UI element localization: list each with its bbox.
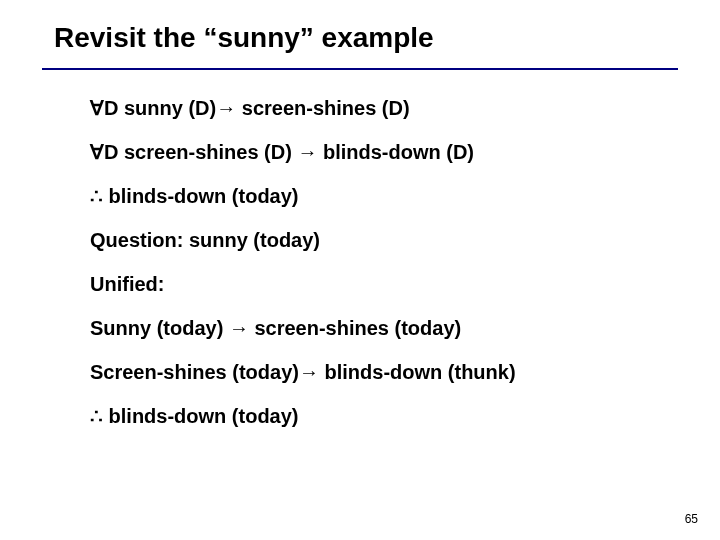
- logic-line: ∴ blinds-down (today): [90, 404, 660, 428]
- slide-body: ∀D sunny (D)→ screen-shines (D) ∀D scree…: [90, 96, 660, 448]
- logic-line: Unified:: [90, 272, 660, 296]
- logic-line: ∀D screen-shines (D) → blinds-down (D): [90, 140, 660, 164]
- title-underline: [42, 68, 678, 70]
- page-number: 65: [685, 512, 698, 526]
- logic-line: ∀D sunny (D)→ screen-shines (D): [90, 96, 660, 120]
- logic-line: ∴ blinds-down (today): [90, 184, 660, 208]
- logic-line: Sunny (today) → screen-shines (today): [90, 316, 660, 340]
- logic-line: Question: sunny (today): [90, 228, 660, 252]
- logic-line: Screen-shines (today)→ blinds-down (thun…: [90, 360, 660, 384]
- slide-title: Revisit the “sunny” example: [54, 22, 434, 54]
- slide: Revisit the “sunny” example ∀D sunny (D)…: [0, 0, 720, 540]
